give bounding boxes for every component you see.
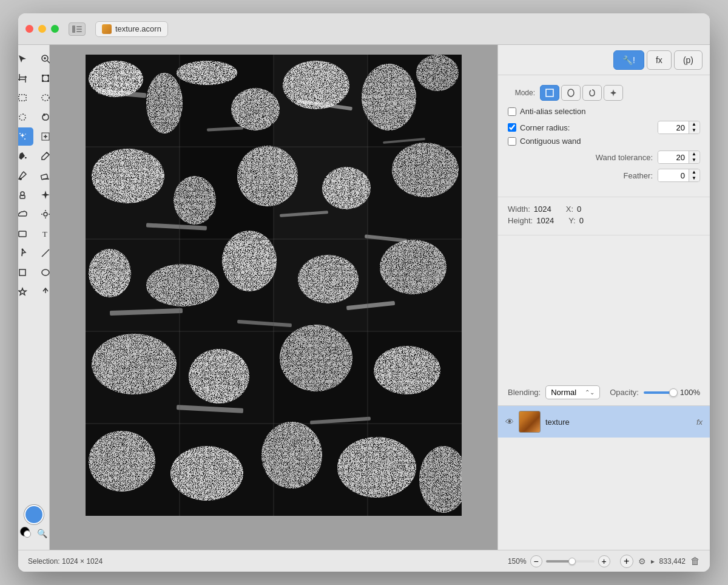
svg-point-77 — [280, 325, 352, 391]
feather-up[interactable]: ▲ — [689, 169, 699, 175]
rect-shape-tool[interactable] — [18, 225, 33, 243]
svg-rect-16 — [47, 80, 49, 82]
file-title: texture.acorn — [115, 24, 161, 33]
svg-rect-35 — [19, 231, 26, 237]
wand-tolerance-spinner: ▲ ▼ — [689, 151, 699, 163]
svg-point-63 — [362, 64, 416, 130]
panel-toolbar: 🔧! fx (p) — [498, 45, 710, 75]
wand-tool[interactable] — [18, 127, 33, 146]
feather-down[interactable]: ▼ — [689, 175, 699, 181]
close-button[interactable] — [25, 25, 33, 33]
svg-point-65 — [92, 149, 164, 203]
separator: ▸ — [651, 557, 655, 566]
feather-row: Feather: ▲ ▼ — [508, 169, 700, 182]
zoom-slider[interactable] — [546, 560, 595, 563]
wand-tolerance-label: Wand tolerance: — [596, 153, 653, 162]
wand-tolerance-down[interactable]: ▼ — [689, 157, 699, 163]
contiguous-wand-checkbox[interactable] — [508, 137, 516, 146]
star-tool[interactable] — [18, 283, 33, 301]
color-fg-bg — [20, 527, 33, 540]
tool-options-tab[interactable]: 🔧! — [613, 50, 644, 70]
minimize-button[interactable] — [38, 25, 46, 33]
svg-text:T: T — [42, 229, 47, 238]
svg-point-76 — [189, 349, 249, 404]
left-toolbar: T — [18, 45, 50, 550]
sidebar-toggle-button[interactable] — [69, 22, 86, 36]
svg-point-75 — [92, 334, 177, 394]
svg-point-61 — [231, 88, 280, 130]
svg-point-72 — [222, 231, 277, 291]
svg-point-78 — [374, 346, 440, 394]
canvas-container[interactable] — [50, 45, 497, 550]
layer-visibility-icon[interactable]: 👁 — [505, 417, 514, 427]
pen-tool[interactable] — [18, 244, 33, 262]
add-layer-button[interactable]: + — [620, 555, 633, 568]
file-tab[interactable]: texture.acorn — [95, 21, 168, 37]
corner-radius-up[interactable]: ▲ — [689, 121, 699, 127]
anti-alias-checkbox[interactable] — [508, 107, 516, 116]
corner-radius-row: Corner radius: ▲ ▼ — [508, 121, 700, 134]
background-white[interactable] — [24, 530, 31, 538]
main-content: T — [18, 45, 710, 550]
mode-wand-btn[interactable] — [604, 85, 623, 101]
mode-lasso-btn[interactable] — [582, 85, 602, 101]
mode-label: Mode: — [508, 89, 535, 97]
layer-fx-icon[interactable]: fx — [696, 418, 703, 427]
selection-status: Selection: 1024 × 1024 — [28, 557, 498, 566]
svg-line-24 — [47, 152, 49, 155]
main-window: texture.acorn — [18, 13, 710, 572]
settings-icon[interactable]: ⚙ — [638, 556, 646, 566]
magnify-icon[interactable]: 🔍 — [37, 529, 47, 538]
y-item: Y: 0 — [568, 216, 584, 225]
svg-point-18 — [42, 95, 49, 101]
corner-radius-input[interactable] — [658, 122, 689, 134]
fill-tool[interactable] — [18, 147, 33, 165]
color-mini-row: 🔍 — [20, 527, 47, 540]
window-controls — [25, 25, 59, 33]
select-tool[interactable] — [18, 50, 33, 68]
fx-tab[interactable]: fx — [647, 50, 672, 70]
p-tab[interactable]: (p) — [674, 50, 703, 70]
foreground-color[interactable] — [24, 505, 44, 524]
maximize-button[interactable] — [51, 25, 59, 33]
layer-item[interactable]: 👁 texture fx — [498, 406, 710, 438]
svg-point-22 — [25, 134, 26, 135]
width-label: Width: — [508, 205, 530, 214]
opacity-slider[interactable] — [644, 391, 675, 394]
crop-tool[interactable] — [18, 69, 33, 87]
svg-rect-14 — [47, 75, 49, 76]
rect-select-tool[interactable] — [18, 89, 33, 107]
y-value: 0 — [579, 216, 584, 225]
layer-name: texture — [545, 418, 692, 427]
lasso-tool[interactable] — [18, 108, 33, 126]
corner-radius-down[interactable]: ▼ — [689, 127, 699, 134]
canvas-image — [86, 55, 462, 516]
svg-rect-13 — [42, 75, 44, 76]
svg-point-74 — [380, 240, 447, 294]
svg-point-60 — [177, 61, 237, 85]
opacity-thumb[interactable] — [669, 388, 678, 397]
zoom-in-button[interactable]: + — [598, 555, 610, 567]
zoom-out-button[interactable]: − — [530, 555, 542, 567]
corner-radius-label: Corner radius: — [520, 123, 570, 132]
trash-icon[interactable]: 🗑 — [690, 556, 700, 567]
blending-select[interactable]: Normal ⌃⌄ — [545, 385, 600, 399]
corner-radius-checkbox[interactable] — [508, 123, 516, 132]
svg-point-28 — [21, 192, 24, 195]
contiguous-wand-row: Contiguous wand — [508, 137, 700, 146]
svg-point-30 — [44, 212, 47, 216]
brush-tool[interactable] — [18, 166, 33, 184]
layers-area: 👁 texture fx — [498, 406, 710, 550]
mode-rect-btn[interactable] — [540, 85, 559, 101]
mode-buttons — [540, 85, 623, 101]
wand-tolerance-input[interactable] — [658, 152, 689, 163]
cloud-tool[interactable] — [18, 205, 33, 223]
mode-ellipse-btn[interactable] — [561, 85, 581, 101]
zoom-thumb[interactable] — [568, 558, 576, 565]
feather-input[interactable] — [658, 170, 689, 181]
wand-tolerance-up[interactable]: ▲ — [689, 151, 699, 157]
wand-tolerance-row: Wand tolerance: ▲ ▼ — [508, 150, 700, 164]
blending-value: Normal — [551, 388, 576, 397]
rect-vector-tool[interactable] — [18, 263, 33, 282]
stamp-tool[interactable] — [18, 186, 33, 204]
